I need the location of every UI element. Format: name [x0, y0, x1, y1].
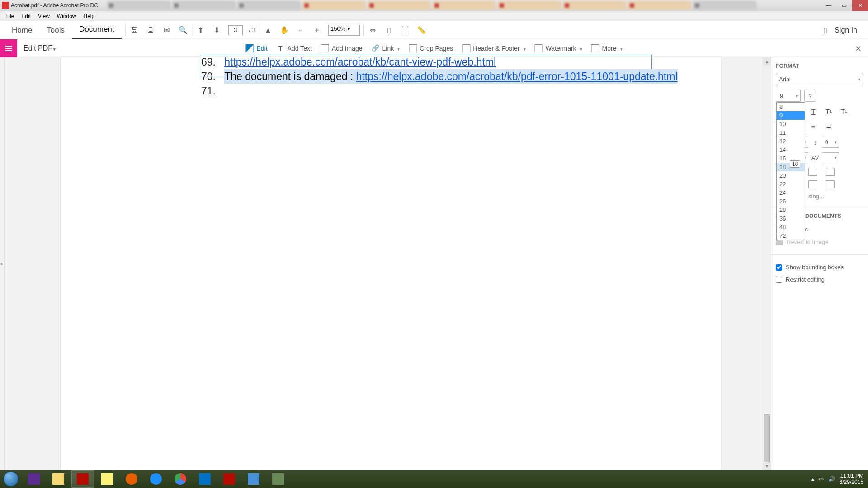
size-option-20[interactable]: 20	[777, 171, 805, 180]
align-left-button[interactable]: ≡	[808, 121, 818, 131]
signin-icon[interactable]: ▯	[820, 25, 830, 35]
start-button[interactable]	[0, 470, 22, 488]
scroll-thumb[interactable]	[764, 414, 770, 469]
taskbar-app-outlook[interactable]	[193, 470, 216, 488]
size-option-26[interactable]: 26	[777, 197, 805, 206]
tray-arrow-icon[interactable]: ▴	[811, 476, 814, 482]
more-dropdown[interactable]: More	[591, 44, 623, 52]
vertical-scrollbar[interactable]: ▲ ▼	[763, 57, 771, 470]
search-icon[interactable]: 🔍	[178, 25, 188, 35]
taskbar-app-reader[interactable]	[218, 470, 241, 488]
taskbar-app-generic2[interactable]	[267, 470, 289, 488]
size-option-11[interactable]: 11	[777, 128, 805, 137]
taskbar-app-stickynotes[interactable]	[96, 470, 118, 488]
size-option-14[interactable]: 14	[777, 145, 805, 154]
size-option-24[interactable]: 24	[777, 188, 805, 197]
size-option-8[interactable]: 8	[777, 103, 805, 111]
fullscreen-icon[interactable]: ⛶	[400, 25, 410, 35]
maximize-button[interactable]: ▭	[836, 0, 852, 11]
taskbar-app-chrome[interactable]	[169, 470, 192, 488]
document-viewport[interactable]: ▸ 69. https://helpx.adobe.com/acrobat/kb…	[0, 57, 771, 470]
restrict-editing-checkbox[interactable]: Restrict editing	[776, 273, 863, 286]
zoom-out-icon[interactable]: −	[296, 25, 306, 35]
tab-home[interactable]: Home	[5, 21, 39, 39]
tray-battery-icon[interactable]: ▭	[819, 476, 824, 482]
size-option-9[interactable]: 9	[777, 111, 805, 120]
menu-view[interactable]: View	[34, 13, 53, 19]
align-justify-button[interactable]: ≣	[824, 121, 834, 131]
align-tool-icon[interactable]	[826, 168, 835, 176]
line-70-link[interactable]: https://helpx.adobe.com/acrobat/kb/pdf-e…	[356, 70, 678, 82]
scroll-up-arrow[interactable]: ▲	[763, 57, 771, 66]
text-color-button[interactable]: T	[808, 106, 818, 116]
size-option-36[interactable]: 36	[777, 214, 805, 223]
font-size-dropdown[interactable]: 8 9 10 11 12 14 16 18 20 22 24 26 28 36 …	[776, 102, 805, 240]
close-button[interactable]: ✕	[852, 0, 868, 11]
taskbar-app-generic1[interactable]	[242, 470, 265, 488]
fit-width-icon[interactable]: ⇔	[368, 25, 377, 35]
system-tray[interactable]: ▴ ▭ 🔊 11:01 PM6/29/2015	[811, 473, 868, 486]
char-spacing-value[interactable]	[822, 152, 839, 163]
show-bb-input[interactable]	[776, 264, 782, 271]
zoom-in-icon[interactable]: +	[312, 25, 322, 35]
superscript-button[interactable]: T1	[824, 106, 834, 116]
system-clock[interactable]: 11:01 PM6/29/2015	[840, 473, 863, 486]
arrange-tool-icon[interactable]	[826, 180, 835, 188]
font-family-select[interactable]: Arial	[776, 73, 863, 85]
size-option-12[interactable]: 12	[777, 137, 805, 145]
size-option-28[interactable]: 28	[777, 206, 805, 214]
taskbar-app-explorer[interactable]	[47, 470, 70, 488]
header-footer-dropdown[interactable]: Header & Footer	[462, 44, 526, 52]
size-option-10[interactable]: 10	[777, 120, 805, 128]
sidebar-toggle-button[interactable]	[0, 39, 17, 57]
add-image-button[interactable]: Add Image	[321, 44, 363, 52]
tray-volume-icon[interactable]: 🔊	[828, 476, 835, 482]
subscript-button[interactable]: T1	[839, 106, 849, 116]
restrict-input[interactable]	[776, 277, 782, 283]
zoom-select[interactable]: 150% ▾	[328, 25, 360, 36]
font-size-select[interactable]: 9 8 9 10 11 12 14 16 18 20 22 24 26 28 3…	[776, 90, 801, 102]
mail-icon[interactable]: ✉	[162, 25, 172, 35]
edit-button[interactable]: Edit	[245, 44, 267, 52]
page-number-input[interactable]	[228, 25, 243, 35]
link-dropdown[interactable]: 🔗Link	[372, 44, 400, 52]
crop-tool-icon[interactable]	[808, 168, 817, 176]
text-content[interactable]: 69. https://helpx.adobe.com/acrobat/kb/c…	[201, 57, 678, 99]
menu-window[interactable]: Window	[53, 13, 80, 19]
nav-pane-toggle[interactable]: ▸	[0, 57, 5, 470]
hand-icon[interactable]: ✋	[279, 25, 289, 35]
page-up-icon[interactable]: ⬆	[196, 25, 206, 35]
signin-label[interactable]: Sign In	[835, 26, 857, 34]
windows-taskbar[interactable]: ▴ ▭ 🔊 11:01 PM6/29/2015	[0, 470, 868, 488]
scroll-down-arrow[interactable]: ▼	[763, 462, 771, 470]
tab-tools[interactable]: Tools	[39, 21, 72, 39]
menu-help[interactable]: Help	[80, 13, 99, 19]
size-option-22[interactable]: 22	[777, 180, 805, 188]
taskbar-app-ie[interactable]	[145, 470, 167, 488]
tab-document[interactable]: Document	[72, 21, 121, 39]
size-option-48[interactable]: 48	[777, 223, 805, 231]
show-bounding-boxes-checkbox[interactable]: Show bounding boxes	[776, 261, 863, 273]
taskbar-app-acrobat[interactable]	[71, 470, 94, 488]
help-icon[interactable]: ?	[804, 90, 816, 102]
taskbar-app-visualstudio[interactable]	[23, 470, 45, 488]
page-down-icon[interactable]: ⬇	[212, 25, 222, 35]
line-69-link[interactable]: https://helpx.adobe.com/acrobat/kb/cant-…	[224, 55, 496, 69]
close-edit-panel-icon[interactable]: ✕	[855, 44, 862, 54]
crop-pages-button[interactable]: Crop Pages	[409, 44, 453, 52]
watermark-dropdown[interactable]: Watermark	[535, 44, 582, 52]
minimize-button[interactable]: —	[821, 0, 836, 11]
line-spacing-value[interactable]: 0	[822, 137, 839, 148]
rotate-tool-icon[interactable]	[808, 180, 817, 188]
sing-truncated-label[interactable]: sing...	[808, 193, 863, 200]
taskbar-app-firefox[interactable]	[120, 470, 143, 488]
add-text-button[interactable]: TAdd Text	[277, 44, 312, 52]
menu-edit[interactable]: Edit	[18, 13, 34, 19]
ruler-icon[interactable]: 📏	[416, 25, 426, 35]
save-icon[interactable]: 🖫	[129, 25, 139, 35]
edit-pdf-dropdown[interactable]: Edit PDF	[17, 44, 62, 52]
fit-page-icon[interactable]: ▯	[384, 25, 394, 35]
size-option-72[interactable]: 72	[777, 231, 805, 240]
print-icon[interactable]: 🖶	[146, 25, 156, 35]
pointer-icon[interactable]: ▲	[263, 25, 273, 35]
